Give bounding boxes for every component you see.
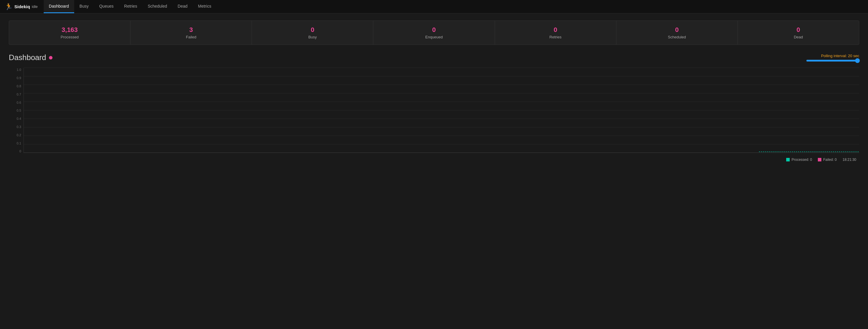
brand: 🏃 Sidekiq idle [5,3,38,10]
chart-svg [24,68,859,153]
stat-label: Processed [61,35,79,39]
chart-container: 00.10.20.30.40.50.60.70.80.91.0 Processe… [9,68,859,162]
polling-value: 20 sec [848,54,859,58]
navbar: 🏃 Sidekiq idle DashboardBusyQueuesRetrie… [0,0,868,13]
dashboard-title-area: Dashboard [9,53,53,62]
stat-item-scheduled: 0Scheduled [616,21,738,44]
dashboard-header: Dashboard Polling interval: 20 sec [9,53,859,62]
nav-link-dead[interactable]: Dead [173,0,193,13]
stat-value: 0 [797,26,800,34]
legend-color [818,158,822,161]
polling-area: Polling interval: 20 sec [806,54,859,62]
live-indicator [49,56,53,60]
stat-item-dead: 0Dead [738,21,859,44]
y-axis-label: 0.7 [9,93,24,96]
stat-label: Dead [794,35,803,39]
sidekiq-icon: 🏃 [5,3,12,10]
nav-links: DashboardBusyQueuesRetriesScheduledDeadM… [44,0,217,13]
y-axis-label: 0.5 [9,109,24,112]
stat-item-busy: 0Busy [252,21,373,44]
stats-bar: 3,163Processed3Failed0Busy0Enqueued0Retr… [9,21,859,45]
chart-legend: Processed: 0Failed: 018:21:30 [24,156,859,162]
nav-link-retries[interactable]: Retries [119,0,142,13]
chart-timestamp: 18:21:30 [842,158,856,162]
stat-value: 3 [189,26,193,34]
status-badge: idle [32,4,37,9]
stat-item-retries: 0Retries [495,21,616,44]
legend-color [786,158,790,161]
dashboard-title: Dashboard [9,53,46,62]
legend-item: Processed: 0 [786,158,812,162]
legend-label: Failed: 0 [823,158,837,162]
stat-value: 0 [554,26,557,34]
stat-value: 0 [311,26,314,34]
stat-value: 0 [675,26,679,34]
slider-fill [806,60,859,62]
y-axis-label: 0.4 [9,117,24,121]
polling-label: Polling interval: 20 sec [821,54,859,58]
stat-label: Busy [308,35,317,39]
y-axis-label: 0.3 [9,125,24,129]
stat-value: 3,163 [62,26,78,34]
y-axis-label: 0.1 [9,141,24,145]
stat-item-failed: 3Failed [130,21,252,44]
nav-link-scheduled[interactable]: Scheduled [143,0,173,13]
legend-label: Processed: 0 [792,158,812,162]
y-axis-label: 0.2 [9,133,24,137]
slider-thumb[interactable] [855,58,860,63]
chart-y-axis: 00.10.20.30.40.50.60.70.80.91.0 [9,68,24,153]
polling-slider[interactable] [806,60,859,62]
nav-link-busy[interactable]: Busy [74,0,94,13]
nav-link-metrics[interactable]: Metrics [193,0,216,13]
stat-label: Failed [186,35,196,39]
y-axis-label: 0.8 [9,85,24,88]
stat-label: Enqueued [425,35,442,39]
brand-name: Sidekiq [14,4,30,9]
stat-item-enqueued: 0Enqueued [373,21,495,44]
y-axis-label: 1.0 [9,68,24,71]
chart-area [24,68,859,153]
stat-value: 0 [432,26,436,34]
y-axis-label: 0.6 [9,101,24,104]
nav-link-dashboard[interactable]: Dashboard [44,0,74,13]
stat-label: Retries [550,35,562,39]
dashboard-section: Dashboard Polling interval: 20 sec 00.10… [9,53,859,162]
y-axis-label: 0 [9,150,24,153]
nav-link-queues[interactable]: Queues [94,0,119,13]
stat-label: Scheduled [668,35,686,39]
y-axis-label: 0.9 [9,76,24,80]
stat-item-processed: 3,163Processed [9,21,130,44]
legend-item: Failed: 0 [818,158,837,162]
